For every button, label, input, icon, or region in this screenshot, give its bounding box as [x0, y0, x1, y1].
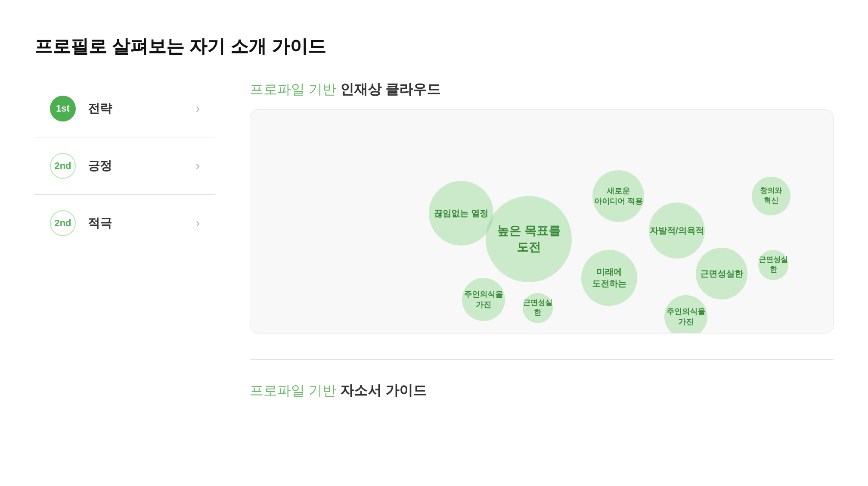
sidebar-item-strategy[interactable]: 1st 전략 › [34, 80, 215, 137]
rank-badge-2: 2nd [50, 153, 76, 179]
bubble-b10: 창의와혁신 [752, 177, 790, 215]
main-content: 1st 전략 › 2nd 긍정 › 2nd 적극 › 프로파일 기반 인재상 클… [34, 80, 834, 400]
cloud-section-title: 프로파일 기반 인재상 클라우드 [250, 80, 834, 99]
sidebar-label-active: 적극 [88, 215, 196, 231]
chevron-right-icon-1: › [196, 102, 200, 115]
section-divider [250, 359, 834, 360]
chevron-right-icon-3: › [196, 216, 200, 230]
sidebar: 1st 전략 › 2nd 긍정 › 2nd 적극 › [34, 80, 215, 252]
bubble-b3: 새로운아이디어 적용 [592, 170, 644, 222]
page-title: 프로필로 살펴보는 자기 소개 가이드 [34, 34, 834, 59]
bubble-b5: 미래에도전하는 [581, 250, 637, 306]
sidebar-label-positive: 긍정 [88, 158, 196, 174]
chevron-right-icon-2: › [196, 159, 200, 173]
guide-section-title: 프로파일 기반 자소서 가이드 [250, 381, 834, 400]
right-content: 프로파일 기반 인재상 클라우드 높은 목표를도전끊임없는 열정새로운아이디어 … [250, 80, 834, 400]
bubble-b7: 주인의식을가진 [664, 295, 707, 333]
bubble-b6: 근면성실한 [696, 248, 747, 299]
bubble-b8: 근면성실한 [523, 293, 553, 323]
bubble-b9: 주인의식을가진 [462, 278, 505, 321]
bubble-b11: 근면성실한 [758, 250, 788, 280]
sidebar-item-positive[interactable]: 2nd 긍정 › [34, 137, 215, 195]
sidebar-item-active[interactable]: 2nd 적극 › [34, 195, 215, 252]
bubble-b2: 끊임없는 열정 [429, 181, 493, 246]
bubble-chart: 높은 목표를도전끊임없는 열정새로운아이디어 적용자발적/의욕적미래에도전하는근… [250, 109, 834, 333]
bubble-b1: 높은 목표를도전 [486, 196, 572, 282]
bubble-b4: 자발적/의욕적 [649, 202, 705, 259]
rank-badge-1: 1st [50, 96, 76, 122]
sidebar-label-strategy: 전략 [88, 100, 196, 117]
rank-badge-3: 2nd [50, 210, 76, 236]
